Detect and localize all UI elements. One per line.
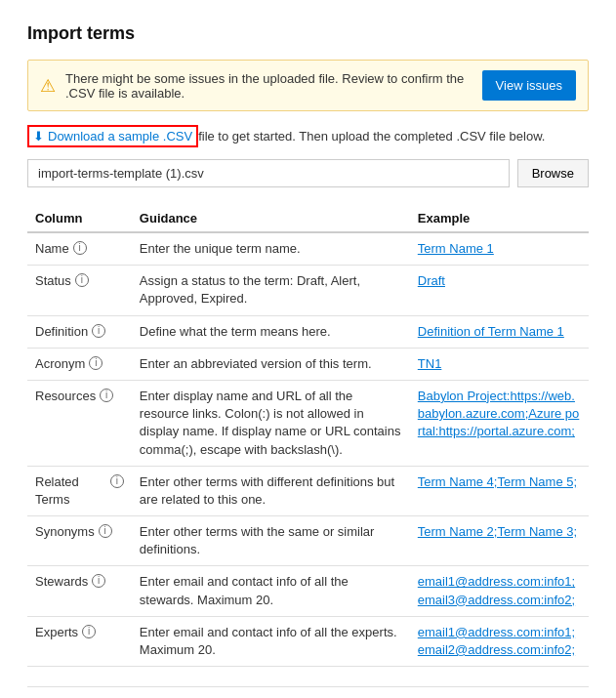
download-link-text: Download a sample .CSV bbox=[48, 129, 192, 144]
col-header-column: Column bbox=[27, 205, 132, 232]
info-icon[interactable]: i bbox=[75, 273, 89, 287]
row-name-label: Resources bbox=[35, 388, 96, 405]
row-name-cell: Expertsi bbox=[27, 616, 132, 666]
info-icon[interactable]: i bbox=[92, 324, 105, 338]
import-terms-dialog: Import terms ⚠ There might be some issue… bbox=[0, 0, 616, 698]
row-name-cell: Statusi bbox=[27, 266, 132, 315]
row-guidance-cell: Assign a status to the term: Draft, Aler… bbox=[132, 266, 410, 315]
example-link[interactable]: TN1 bbox=[418, 356, 442, 371]
info-icon[interactable]: i bbox=[89, 356, 103, 370]
table-row: AcronymiEnter an abbreviated version of … bbox=[27, 348, 589, 380]
info-icon[interactable]: i bbox=[100, 389, 113, 402]
import-table: Column Guidance Example NameiEnter the u… bbox=[27, 205, 589, 667]
row-example-cell: Term Name 1 bbox=[410, 232, 589, 266]
example-link[interactable]: email1@address.com:info1;email3@address.… bbox=[418, 574, 575, 606]
row-name-cell: Namei bbox=[27, 232, 132, 266]
row-guidance-cell: Enter the unique term name. bbox=[132, 232, 410, 266]
row-name-cell: Synonymsi bbox=[27, 516, 132, 566]
file-input[interactable] bbox=[27, 159, 510, 187]
example-link[interactable]: Term Name 1 bbox=[418, 241, 494, 256]
table-row: StewardsiEnter email and contact info of… bbox=[27, 566, 589, 616]
browse-button[interactable]: Browse bbox=[517, 159, 589, 187]
dialog-title: Import terms bbox=[27, 23, 589, 44]
table-header-row: Column Guidance Example bbox=[27, 205, 589, 232]
example-link[interactable]: Draft bbox=[418, 273, 445, 288]
table-row: ResourcesiEnter display name and URL of … bbox=[27, 380, 589, 466]
row-name-cell: Resourcesi bbox=[27, 380, 132, 466]
row-example-cell: Term Name 2;Term Name 3; bbox=[410, 516, 589, 566]
example-link[interactable]: Babylon Project:https://web.babylon.azur… bbox=[418, 389, 579, 438]
info-icon[interactable]: i bbox=[73, 241, 87, 255]
row-guidance-cell: Enter other terms with different definit… bbox=[132, 466, 410, 515]
row-guidance-cell: Enter other terms with the same or simil… bbox=[132, 516, 410, 566]
download-after-text: file to get started. Then upload the com… bbox=[198, 129, 545, 144]
row-example-cell: email1@address.com:info1;email3@address.… bbox=[410, 566, 589, 616]
row-name-label: Name bbox=[35, 240, 69, 258]
info-icon[interactable]: i bbox=[82, 625, 96, 638]
table-row: Related TermsiEnter other terms with dif… bbox=[27, 466, 589, 515]
table-row: StatusiAssign a status to the term: Draf… bbox=[27, 266, 589, 315]
row-example-cell: email1@address.com:info1;email2@address.… bbox=[410, 616, 589, 666]
row-name-label: Status bbox=[35, 272, 71, 290]
example-link[interactable]: Term Name 4;Term Name 5; bbox=[418, 474, 577, 489]
row-name-label: Synonyms bbox=[35, 523, 95, 541]
alert-text: There might be some issues in the upload… bbox=[65, 71, 472, 101]
row-example-cell: Draft bbox=[410, 266, 589, 315]
row-guidance-cell: Enter email and contact info of all the … bbox=[132, 566, 410, 616]
row-name-cell: Definitioni bbox=[27, 315, 132, 348]
row-guidance-cell: Define what the term means here. bbox=[132, 315, 410, 348]
row-guidance-cell: Enter display name and URL of all the re… bbox=[132, 380, 410, 466]
row-name-cell: Acronymi bbox=[27, 348, 132, 380]
row-example-cell: Definition of Term Name 1 bbox=[410, 315, 589, 348]
download-icon: ⬇ bbox=[33, 129, 44, 144]
info-icon[interactable]: i bbox=[99, 524, 112, 538]
row-name-cell: Related Termsi bbox=[27, 466, 132, 515]
footer: OK Cancel bbox=[27, 686, 589, 698]
row-name-label: Stewards bbox=[35, 573, 88, 591]
row-guidance-cell: Enter an abbreviated version of this ter… bbox=[132, 348, 410, 380]
example-link[interactable]: email1@address.com:info1;email2@address.… bbox=[418, 625, 575, 657]
alert-bar: ⚠ There might be some issues in the uplo… bbox=[27, 60, 589, 111]
example-link[interactable]: Term Name 2;Term Name 3; bbox=[418, 524, 577, 539]
row-name-label: Definition bbox=[35, 323, 88, 341]
row-name-label: Experts bbox=[35, 624, 78, 641]
row-example-cell: Babylon Project:https://web.babylon.azur… bbox=[410, 380, 589, 466]
download-sample-link[interactable]: ⬇ Download a sample .CSV bbox=[27, 125, 198, 147]
row-name-cell: Stewardsi bbox=[27, 566, 132, 616]
col-header-example: Example bbox=[410, 205, 589, 232]
info-icon[interactable]: i bbox=[92, 574, 105, 588]
table-row: ExpertsiEnter email and contact info of … bbox=[27, 616, 589, 666]
row-name-label: Acronym bbox=[35, 355, 85, 373]
table-row: NameiEnter the unique term name.Term Nam… bbox=[27, 232, 589, 266]
example-link[interactable]: Definition of Term Name 1 bbox=[418, 324, 564, 339]
info-icon[interactable]: i bbox=[110, 474, 124, 488]
table-row: SynonymsiEnter other terms with the same… bbox=[27, 516, 589, 566]
row-example-cell: TN1 bbox=[410, 348, 589, 380]
row-guidance-cell: Enter email and contact info of all the … bbox=[132, 616, 410, 666]
file-input-row: Browse bbox=[27, 159, 589, 187]
warning-icon: ⚠ bbox=[40, 75, 56, 97]
download-row: ⬇ Download a sample .CSV file to get sta… bbox=[27, 125, 589, 147]
col-header-guidance: Guidance bbox=[132, 205, 410, 232]
view-issues-button[interactable]: View issues bbox=[482, 70, 576, 101]
row-name-label: Related Terms bbox=[35, 473, 106, 509]
row-example-cell: Term Name 4;Term Name 5; bbox=[410, 466, 589, 515]
table-row: DefinitioniDefine what the term means he… bbox=[27, 315, 589, 348]
